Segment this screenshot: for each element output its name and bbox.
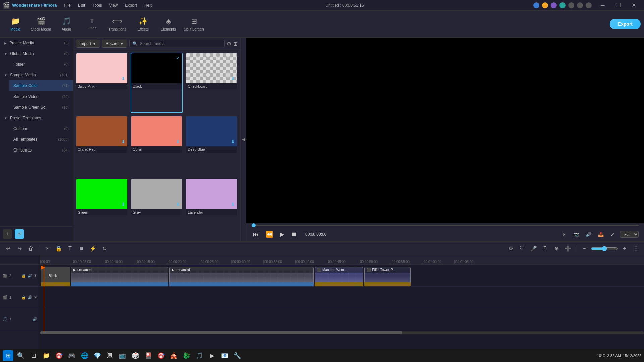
- stop-button[interactable]: ⏹: [290, 230, 299, 239]
- menu-view[interactable]: View: [106, 2, 121, 8]
- taskbar-app-14[interactable]: 🔧: [232, 350, 243, 361]
- close-button[interactable]: ✕: [626, 0, 641, 11]
- scrollbar-thumb[interactable]: [40, 331, 402, 334]
- redo-button[interactable]: ↪: [15, 244, 24, 253]
- preview-progress-bar[interactable]: [252, 225, 639, 226]
- speed-button[interactable]: ⚡: [88, 244, 98, 253]
- taskbar-search-icon[interactable]: 🔍: [15, 350, 26, 361]
- media-card-lavender[interactable]: ⬇ Lavender: [185, 178, 238, 239]
- search-bar[interactable]: 🔍: [129, 40, 225, 47]
- sidebar-item-sample-media[interactable]: ▼ Sample Media (101): [0, 70, 73, 80]
- toolbar-stock-media[interactable]: 🎬 Stock Media: [29, 12, 53, 36]
- media-card-coral[interactable]: ⬇ Coral: [131, 116, 183, 176]
- zoom-out-icon[interactable]: −: [580, 244, 589, 253]
- track-1-eye-icon[interactable]: 👁: [34, 295, 37, 300]
- lock-button[interactable]: 🔒: [54, 244, 63, 253]
- track-2-eye-icon[interactable]: 👁: [34, 274, 37, 278]
- menu-file[interactable]: File: [61, 2, 74, 8]
- sidebar-item-folder[interactable]: Folder (0): [9, 59, 73, 70]
- shield-icon[interactable]: 🛡: [518, 244, 527, 253]
- sidebar-item-sample-color[interactable]: Sample Color (71): [9, 80, 73, 91]
- sidebar-item-sample-green[interactable]: Sample Green Sc... (10): [9, 102, 73, 113]
- sidebar-item-christmas[interactable]: Christmas (34): [9, 145, 73, 156]
- menu-edit[interactable]: Edit: [75, 2, 89, 8]
- mail-icon[interactable]: [577, 2, 583, 8]
- media-card-baby-pink[interactable]: ⬇ Baby Pink: [76, 53, 128, 113]
- zoom-in-icon[interactable]: +: [620, 244, 629, 253]
- media-card-claret-red[interactable]: ⬇ Claret Red: [76, 116, 128, 176]
- sun-icon[interactable]: [542, 2, 548, 8]
- merge-icon[interactable]: ⊕: [552, 244, 561, 253]
- record-button[interactable]: Record ▼: [102, 40, 128, 48]
- link-icon[interactable]: 🔗: [15, 229, 24, 239]
- media-card-gray[interactable]: ⬇ Gray: [131, 178, 183, 239]
- taskbar-app-6[interactable]: 🎲: [130, 350, 141, 361]
- zoom-slider[interactable]: [591, 246, 618, 251]
- grid-icon[interactable]: [568, 2, 574, 8]
- start-button[interactable]: ⊞: [3, 350, 13, 361]
- taskbar-app-9[interactable]: 🎪: [168, 350, 179, 361]
- settings-icon[interactable]: ⚙: [506, 244, 516, 253]
- clip-man-wom[interactable]: ⬛ Man and Wom...: [315, 267, 363, 284]
- mic-icon[interactable]: 🎤: [529, 244, 538, 253]
- playhead[interactable]: [44, 265, 44, 332]
- cut-button[interactable]: ✂: [43, 244, 52, 253]
- taskbar-file-explorer-icon[interactable]: 📁: [41, 350, 52, 361]
- taskbar-app-8[interactable]: 🎯: [156, 350, 166, 361]
- taskbar-chrome-icon[interactable]: 🌐: [79, 350, 90, 361]
- audio-track-mute-icon[interactable]: 🔊: [33, 317, 37, 321]
- mix-icon[interactable]: 🎚: [540, 244, 550, 253]
- clip-black[interactable]: ⬛ Black: [41, 267, 70, 284]
- menu-tools[interactable]: Tools: [89, 2, 105, 8]
- taskbar-app-4[interactable]: 🖼: [105, 350, 115, 361]
- preview-quality-select[interactable]: Full 1/2 1/4: [620, 231, 639, 238]
- sidebar-item-custom[interactable]: Custom (0): [9, 123, 73, 134]
- search-input[interactable]: [140, 41, 222, 46]
- prev-frame-button[interactable]: ⏮: [252, 230, 260, 239]
- add-track-icon[interactable]: ➕: [563, 244, 573, 253]
- cloud-icon[interactable]: [533, 2, 539, 8]
- grid-view-icon[interactable]: ⊞: [233, 41, 238, 47]
- toolbar-titles[interactable]: T Titles: [80, 12, 104, 36]
- toolbar-elements[interactable]: ◈ Elements: [156, 12, 180, 36]
- media-card-deep-blue[interactable]: ⬇ Deep Blue: [185, 116, 238, 176]
- clip-unnamed-2[interactable]: ▶ unnamed: [169, 267, 314, 284]
- track-2-lock-icon[interactable]: 🔒: [21, 274, 26, 278]
- download-icon[interactable]: [586, 2, 592, 8]
- avatar-icon[interactable]: [559, 2, 566, 8]
- sidebar-item-sample-video[interactable]: Sample Video (20): [9, 91, 73, 102]
- media-card-green[interactable]: ⬇ Green: [76, 178, 128, 239]
- taskbar-tasks-icon[interactable]: ⊡: [28, 350, 39, 361]
- toolbar-audio[interactable]: 🎵 Audio: [54, 12, 78, 36]
- taskbar-app-1[interactable]: 🎯: [54, 350, 64, 361]
- sidebar-item-preset-templates[interactable]: ▼ Preset Templates: [0, 113, 73, 123]
- sidebar-item-project-media[interactable]: ▶ Project Media (5): [0, 38, 73, 48]
- import-button[interactable]: Import ▼: [76, 40, 100, 48]
- rotate-button[interactable]: ↻: [100, 244, 109, 253]
- text-button[interactable]: T: [65, 244, 75, 253]
- headphone-icon[interactable]: [551, 2, 557, 8]
- menu-export[interactable]: Export: [122, 2, 140, 8]
- clip-unnamed-1[interactable]: ▶ unnamed: [71, 267, 168, 284]
- toolbar-media[interactable]: 📁 Media: [3, 12, 28, 36]
- taskbar-app-10[interactable]: 🐉: [181, 350, 192, 361]
- taskbar-app-11[interactable]: 🎵: [194, 350, 205, 361]
- sidebar-item-all-templates[interactable]: All Templates (1086): [9, 134, 73, 145]
- preview-fullscreen-button[interactable]: ⤢: [609, 230, 616, 238]
- media-card-checkboard[interactable]: ⬇ Checkboard: [185, 53, 238, 113]
- more-options-icon[interactable]: ⋮: [631, 244, 641, 253]
- preview-audio-button[interactable]: 🔊: [584, 230, 593, 238]
- preview-snapshot-button[interactable]: 📷: [572, 230, 580, 238]
- sidebar-item-global-media[interactable]: ▼ Global Media (0): [0, 48, 73, 59]
- taskbar-app-5[interactable]: 📺: [117, 350, 128, 361]
- delete-button[interactable]: 🗑: [26, 244, 36, 253]
- play-button[interactable]: ▶: [278, 229, 286, 239]
- clip-eiffel[interactable]: ⬛ Eiffel Tower, P...: [364, 267, 411, 284]
- export-button[interactable]: Export: [610, 19, 641, 29]
- taskbar-app-3[interactable]: 💎: [92, 350, 103, 361]
- minimize-button[interactable]: ─: [595, 0, 610, 11]
- preview-crop-button[interactable]: ⊡: [561, 230, 568, 238]
- media-card-black[interactable]: ✓ Black: [131, 53, 183, 113]
- taskbar-app-13[interactable]: 📧: [219, 350, 230, 361]
- track-1-mute-icon[interactable]: 🔊: [28, 295, 32, 300]
